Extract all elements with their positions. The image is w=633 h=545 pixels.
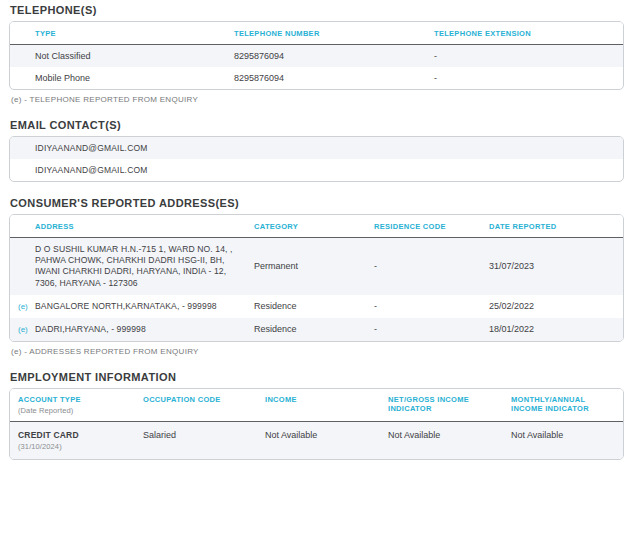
address-text: BANGALORE NORTH,KARNATAKA, - 999998 bbox=[35, 295, 254, 318]
addresses-col-address: ADDRESS bbox=[35, 215, 254, 238]
employment-col-account-type: ACCOUNT TYPE (Date Reported) bbox=[10, 389, 135, 421]
enquiry-marker: (e) bbox=[10, 318, 35, 341]
employment-section-title: EMPLOYMENT INFORMATION bbox=[10, 371, 624, 383]
enquiry-marker: (e) bbox=[10, 295, 35, 318]
addresses-section-title: CONSUMER'S REPORTED ADDRESS(ES) bbox=[10, 197, 624, 209]
addresses-table: ADDRESS CATEGORY RESIDENCE CODE DATE REP… bbox=[10, 215, 623, 341]
employment-monthly-annual: Not Available bbox=[503, 421, 623, 459]
employment-col-sublabel: (Date Reported) bbox=[18, 406, 129, 415]
address-row: (e) BANGALORE NORTH,KARNATAKA, - 999998 … bbox=[10, 295, 623, 318]
address-residence-code: - bbox=[374, 318, 489, 341]
address-row: D O SUSHIL KUMAR H.N.-715 1, WARD NO. 14… bbox=[10, 238, 623, 295]
employment-occupation-code: Salaried bbox=[135, 421, 257, 459]
telephones-table: TYPE TELEPHONE NUMBER TELEPHONE EXTENSIO… bbox=[10, 22, 623, 89]
employment-account-type: CREDIT CARD (31/10/2024) bbox=[10, 421, 135, 459]
telephone-number: 8295876094 bbox=[234, 67, 434, 89]
employment-table: ACCOUNT TYPE (Date Reported) OCCUPATION … bbox=[10, 389, 623, 459]
employment-col-label: ACCOUNT TYPE bbox=[18, 395, 81, 404]
telephone-type: Mobile Phone bbox=[10, 67, 234, 89]
address-text: D O SUSHIL KUMAR H.N.-715 1, WARD NO. 14… bbox=[35, 238, 254, 295]
addresses-card: ADDRESS CATEGORY RESIDENCE CODE DATE REP… bbox=[9, 214, 624, 342]
telephone-row: Mobile Phone 8295876094 - bbox=[10, 67, 623, 89]
address-residence-code: - bbox=[374, 238, 489, 295]
telephones-col-number: TELEPHONE NUMBER bbox=[234, 22, 434, 45]
employment-header-row: ACCOUNT TYPE (Date Reported) OCCUPATION … bbox=[10, 389, 623, 421]
employment-card: ACCOUNT TYPE (Date Reported) OCCUPATION … bbox=[9, 388, 624, 460]
telephone-extension: - bbox=[434, 67, 623, 89]
employment-col-monthly-annual: MONTHLY/ANNUAL INCOME INDICATOR bbox=[503, 389, 623, 421]
telephones-section-title: TELEPHONE(S) bbox=[10, 4, 624, 16]
emails-section-title: EMAIL CONTACT(S) bbox=[10, 119, 624, 131]
address-residence-code: - bbox=[374, 295, 489, 318]
employment-net-gross: Not Available bbox=[380, 421, 503, 459]
credit-report-page: TELEPHONE(S) TYPE TELEPHONE NUMBER TELEP… bbox=[0, 0, 633, 460]
employment-income: Not Available bbox=[257, 421, 380, 459]
addresses-footnote: (e) - ADDRESSES REPORTED FROM ENQUIRY bbox=[11, 347, 624, 356]
addresses-header-row: ADDRESS CATEGORY RESIDENCE CODE DATE REP… bbox=[10, 215, 623, 238]
address-row: (e) DADRI,HARYANA, - 999998 Residence - … bbox=[10, 318, 623, 341]
telephone-extension: - bbox=[434, 45, 623, 68]
address-category: Residence bbox=[254, 318, 374, 341]
employment-row: CREDIT CARD (31/10/2024) Salaried Not Av… bbox=[10, 421, 623, 459]
telephones-card: TYPE TELEPHONE NUMBER TELEPHONE EXTENSIO… bbox=[9, 21, 624, 90]
address-category: Residence bbox=[254, 295, 374, 318]
telephone-type: Not Classified bbox=[10, 45, 234, 68]
addresses-col-date-reported: DATE REPORTED bbox=[489, 215, 623, 238]
enquiry-marker bbox=[10, 238, 35, 295]
telephones-footnote: (e) - TELEPHONE REPORTED FROM ENQUIRY bbox=[11, 95, 624, 104]
addresses-col-marker bbox=[10, 215, 35, 238]
address-date-reported: 25/02/2022 bbox=[489, 295, 623, 318]
telephones-col-extension: TELEPHONE EXTENSION bbox=[434, 22, 623, 45]
telephone-number: 8295876094 bbox=[234, 45, 434, 68]
emails-section: EMAIL CONTACT(S) IDIYAANAND@GMAIL.COM ID… bbox=[9, 119, 624, 182]
address-category: Permanent bbox=[254, 238, 374, 295]
address-date-reported: 31/07/2023 bbox=[489, 238, 623, 295]
addresses-col-residence-code: RESIDENCE CODE bbox=[374, 215, 489, 238]
addresses-col-category: CATEGORY bbox=[254, 215, 374, 238]
telephones-header-row: TYPE TELEPHONE NUMBER TELEPHONE EXTENSIO… bbox=[10, 22, 623, 45]
address-text: DADRI,HARYANA, - 999998 bbox=[35, 318, 254, 341]
employment-account-date: (31/10/2024) bbox=[18, 442, 129, 451]
employment-col-occupation-code: OCCUPATION CODE bbox=[135, 389, 257, 421]
telephones-section: TELEPHONE(S) TYPE TELEPHONE NUMBER TELEP… bbox=[9, 4, 624, 104]
email-row: IDIYAANAND@GMAIL.COM bbox=[10, 137, 623, 159]
emails-card: IDIYAANAND@GMAIL.COM IDIYAANAND@GMAIL.CO… bbox=[9, 136, 624, 182]
email-row: IDIYAANAND@GMAIL.COM bbox=[10, 159, 623, 181]
telephone-row: Not Classified 8295876094 - bbox=[10, 45, 623, 68]
telephones-col-type: TYPE bbox=[10, 22, 234, 45]
employment-col-net-gross: NET/GROSS INCOME INDICATOR bbox=[380, 389, 503, 421]
employment-col-income: INCOME bbox=[257, 389, 380, 421]
addresses-section: CONSUMER'S REPORTED ADDRESS(ES) ADDRESS … bbox=[9, 197, 624, 356]
employment-account-type-label: CREDIT CARD bbox=[18, 430, 79, 440]
address-date-reported: 18/01/2022 bbox=[489, 318, 623, 341]
employment-section: EMPLOYMENT INFORMATION ACCOUNT TYPE (Dat… bbox=[9, 371, 624, 460]
